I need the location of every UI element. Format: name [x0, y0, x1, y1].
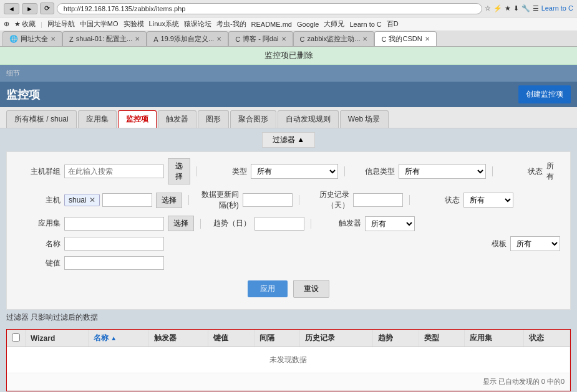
select-all-checkbox[interactable]	[12, 333, 20, 342]
star-icon[interactable]: ★	[505, 4, 511, 12]
bookmark-nav[interactable]: 网址导航	[47, 19, 75, 29]
trigger-select[interactable]: 所有	[365, 216, 415, 231]
sep5	[299, 195, 299, 205]
bookmark-google[interactable]: Google	[297, 21, 319, 28]
app-input[interactable]	[64, 217, 164, 231]
download-icon[interactable]: ⬇	[513, 4, 519, 12]
history-days-label: 历史记录（天）	[306, 189, 349, 211]
bookmark-master[interactable]: 大师兄	[324, 19, 344, 29]
bookmark-learnc[interactable]: Learn to C	[349, 21, 381, 28]
col-name[interactable]: 名称 ▲	[88, 330, 148, 347]
col-type: 类型	[419, 330, 465, 347]
bookmark-forum[interactable]: 猿课论坛	[184, 19, 211, 29]
reload-button[interactable]: ⟳	[40, 2, 54, 14]
host-group-group: 主机群组 选择	[17, 158, 190, 184]
bookmark-linux[interactable]: Linux系统	[149, 19, 179, 29]
trend-days-label: 趋势（日）	[207, 218, 251, 229]
close-tab-2[interactable]: ✕	[216, 36, 221, 42]
notification-bar: 监控项已删除	[0, 47, 577, 65]
page-wrapper: 监控项已删除 细节 监控项 创建监控项 所有模板 / shuai 应用集 监控项…	[0, 47, 577, 392]
nav-tab-1[interactable]: 应用集	[78, 110, 117, 128]
page-header: 细节	[0, 65, 577, 82]
host-group-input[interactable]	[64, 165, 164, 178]
info-type-select[interactable]: 所有	[399, 164, 486, 179]
host-label: 主机	[17, 195, 61, 206]
filter-note: 过滤器 只影响过滤后的数据	[0, 310, 577, 325]
filter-toggle: 过滤器 ▲	[0, 128, 577, 151]
tools-icon[interactable]: 🔧	[521, 4, 530, 12]
host-input[interactable]	[102, 193, 152, 207]
template-select[interactable]: 所有	[510, 236, 560, 251]
sep2	[344, 166, 345, 176]
tab-4[interactable]: C zabbix监控主动... ✕	[293, 31, 375, 46]
menu-icon[interactable]: ☰	[533, 4, 539, 12]
status-label: 状态	[499, 166, 543, 177]
browser-toolbar: ◄ ► ⟳ http://192.168.176.135/zabbix/item…	[0, 0, 577, 17]
nav-tab-3[interactable]: 触发器	[158, 110, 196, 128]
filter-row-3: 应用集 选择 趋势（日） 触发器 所有	[17, 216, 560, 231]
tab-favicon-1: Z	[69, 36, 74, 43]
filter-toggle-button[interactable]: 过滤器 ▲	[262, 132, 315, 148]
create-item-button[interactable]: 创建监控项	[518, 85, 571, 103]
nav-tab-6[interactable]: 自动发现规则	[278, 110, 339, 128]
forward-button[interactable]: ►	[22, 3, 37, 14]
bookmark-other[interactable]: 百D	[387, 19, 399, 29]
lightning-icon[interactable]: ⚡	[493, 4, 502, 12]
tab-3[interactable]: C 博客 - 阿dai ✕	[228, 31, 293, 46]
apply-button[interactable]: 应用	[248, 280, 288, 297]
tab-label-1: shuai-01: 配置主...	[76, 34, 132, 44]
trend-days-input[interactable]	[255, 217, 304, 231]
col-app: 应用集	[465, 330, 524, 347]
filter-note-text: 过滤器 只影响过滤后的数据	[6, 313, 98, 322]
type-select[interactable]: 所有	[251, 164, 338, 179]
update-interval-label: 数据更新间隔(秒)	[195, 189, 239, 211]
bookmark-favorites[interactable]: ★ 收藏	[14, 19, 36, 29]
url-bar[interactable]: http://192.168.176.135/zabbix/items.php	[57, 3, 482, 14]
tab-0[interactable]: 🌐 网址大全 ✕	[2, 31, 62, 46]
nav-tab-5[interactable]: 聚合图形	[230, 110, 276, 128]
close-tab-1[interactable]: ✕	[135, 36, 140, 42]
host-select-button[interactable]: 选择	[156, 193, 182, 208]
bookmark-lab[interactable]: 实验模	[124, 19, 144, 29]
tab-5[interactable]: C 我的CSDN ✕	[374, 31, 436, 46]
host-group-select-button[interactable]: 选择	[168, 158, 190, 184]
col-name-label: 名称	[94, 333, 109, 342]
key-group: 键值	[17, 256, 164, 270]
key-input[interactable]	[64, 256, 164, 270]
close-tab-5[interactable]: ✕	[425, 36, 430, 42]
nav-tab-0[interactable]: 所有模板 / shuai	[6, 110, 77, 128]
bookmarks-bar: ⊕ ★ 收藏 | 网址导航 中国大学MO 实验模 Linux系统 猿课论坛 考虫…	[0, 17, 577, 31]
tab-label-2: 19.9添加自定义...	[161, 34, 215, 44]
app-select-button[interactable]: 选择	[168, 216, 194, 231]
tab-2[interactable]: A 19.9添加自定义... ✕	[147, 31, 228, 46]
close-tab-0[interactable]: ✕	[51, 36, 56, 42]
nav-tab-7[interactable]: Web 场景	[340, 110, 389, 128]
no-data-cell: 未发现数据	[7, 347, 570, 373]
close-tab-4[interactable]: ✕	[362, 36, 367, 42]
status-value: 所有	[546, 161, 560, 182]
update-interval-input[interactable]	[243, 193, 293, 207]
nav-tab-2[interactable]: 监控项	[118, 110, 157, 128]
reset-button[interactable]: 重设	[293, 280, 329, 298]
sep6	[409, 195, 410, 205]
back-button[interactable]: ◄	[4, 3, 19, 14]
bookmark-readme[interactable]: README.md	[251, 21, 292, 28]
col-interval: 间隔	[254, 330, 300, 347]
host-group-label: 主机群组	[17, 166, 61, 177]
tab-1[interactable]: Z shuai-01: 配置主... ✕	[62, 31, 147, 46]
table-body: 未发现数据 显示 已自动发现的 0 中的0	[7, 347, 570, 391]
bookmark-exam[interactable]: 考虫-我的	[216, 19, 246, 29]
col-trend: 趋势	[373, 330, 419, 347]
bookmark-star-icon[interactable]: ☆	[485, 4, 491, 12]
tab-label-5: 我的CSDN	[389, 34, 422, 44]
history-days-input[interactable]	[353, 193, 403, 207]
status2-select[interactable]: 所有	[463, 193, 513, 208]
new-tab-icon[interactable]: ⊕	[4, 20, 9, 28]
nav-tab-4[interactable]: 图形	[198, 110, 229, 128]
host-tag-remove[interactable]: ✕	[89, 196, 95, 204]
filter-row-4: 名称 模板 所有	[17, 236, 560, 251]
close-tab-3[interactable]: ✕	[281, 36, 286, 42]
name-input[interactable]	[64, 237, 164, 251]
bookmark-mooc[interactable]: 中国大学MO	[80, 19, 119, 29]
col-check[interactable]	[7, 330, 26, 347]
